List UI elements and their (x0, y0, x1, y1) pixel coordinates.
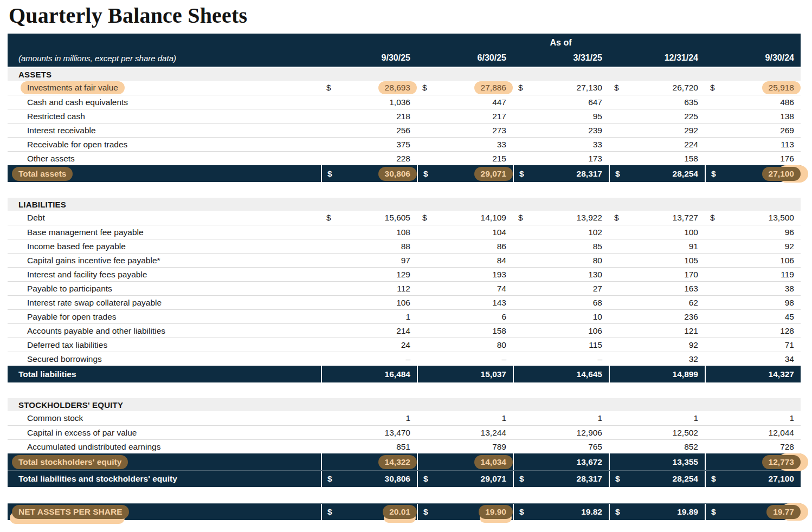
row-label: Accumulated undistributed earnings (27, 442, 160, 452)
value-cell: 13,727 (633, 211, 705, 225)
row-label-cell: Total assets (8, 165, 321, 182)
value-cell: 129 (345, 268, 417, 281)
value-cell: 85 (537, 239, 609, 253)
cell-value: 1 (597, 413, 602, 423)
row-label-cell: Secured borrowings (8, 352, 321, 366)
cell-value: 789 (492, 442, 506, 452)
cell-value: 25,918 (769, 83, 794, 93)
cell-value: 102 (588, 228, 602, 237)
cell-value: 28,317 (577, 474, 602, 484)
section-rows: Debt$15,605$14,109$13,922$13,727$13,500B… (8, 211, 801, 366)
table-row: NET ASSETS PER SHARE$20.01$19.90$19.82$1… (8, 503, 801, 520)
dollar-cell: $ (705, 81, 729, 95)
dollar-cell: $ (513, 504, 537, 520)
cell-value: 14,034 (481, 457, 506, 467)
dollar-cell (321, 254, 345, 267)
dollar-cell (513, 324, 537, 338)
cell-value: 33 (593, 140, 602, 150)
cell-value: 28,317 (577, 169, 602, 179)
dollar-cell (609, 268, 633, 281)
dollar-cell (609, 239, 633, 253)
table-row: Restricted cash21821795225138 (8, 109, 801, 123)
value-cell: 217 (441, 109, 513, 123)
dollar-cell (417, 426, 441, 439)
value-cell: 74 (441, 282, 513, 295)
row-label: Investments at fair value (27, 83, 118, 93)
value-cell: 20.01 (345, 504, 417, 520)
dollar-cell (609, 95, 633, 109)
dollar-cell (705, 124, 729, 137)
cell-value: 13,727 (673, 213, 698, 223)
value-cell: 113 (729, 138, 801, 151)
cell-value: – (405, 354, 410, 364)
dollar-cell (513, 366, 537, 382)
cell-value: 215 (492, 154, 506, 164)
value-cell: 19.90 (441, 504, 513, 520)
dollar-cell (513, 109, 537, 123)
row-label-cell: Accumulated undistributed earnings (8, 440, 321, 453)
dollar-cell (705, 324, 729, 338)
row-label-cell: Common stock (8, 411, 321, 425)
value-cell: 13,922 (537, 211, 609, 225)
dollar-sign: $ (423, 507, 428, 517)
cell-value: 13,470 (385, 428, 410, 438)
dollar-cell (609, 138, 633, 151)
dollar-cell (609, 282, 633, 295)
value-cell: 28,254 (633, 165, 705, 182)
row-label-cell: Investments at fair value (8, 81, 321, 95)
cell-value: 80 (497, 340, 506, 350)
value-cell: 158 (441, 324, 513, 338)
cell-value: 62 (689, 298, 698, 308)
cell-value: 19.89 (677, 507, 698, 517)
dollar-cell (513, 124, 537, 137)
value-cell: 115 (537, 338, 609, 352)
cell-value: – (501, 354, 506, 364)
table-row: Interest and facility fees payable129193… (8, 267, 801, 281)
value-cell: 80 (441, 338, 513, 352)
table-row: Other assets228215173158176 (8, 151, 801, 165)
dollar-cell (705, 239, 729, 253)
dollar-cell: $ (321, 81, 345, 95)
value-cell: 13,672 (537, 453, 609, 470)
row-label: Interest rate swap collateral payable (27, 298, 162, 308)
value-cell: 119 (729, 268, 801, 281)
value-cell: 12,773 (729, 453, 801, 470)
value-cell: 1 (345, 310, 417, 323)
cell-value: 14,645 (577, 369, 602, 379)
value-cell: 15,037 (441, 366, 513, 382)
dollar-sign: $ (711, 507, 716, 517)
value-cell: 98 (729, 296, 801, 309)
value-cell: 97 (345, 254, 417, 267)
table-row: Total stockholders' equity14,32214,03413… (8, 453, 801, 470)
dollar-cell (321, 338, 345, 352)
value-cell: 256 (345, 124, 417, 137)
value-cell: 30,806 (345, 471, 417, 487)
table-row: Payable to participants112742716338 (8, 281, 801, 295)
value-cell: 68 (537, 296, 609, 309)
dollar-cell: $ (705, 504, 729, 520)
dollar-sign: $ (422, 83, 427, 93)
cell-value: 16,484 (385, 369, 410, 379)
dollar-cell (513, 310, 537, 323)
table-row: Accounts payable and other liabilities21… (8, 323, 801, 338)
value-cell: 84 (441, 254, 513, 267)
table-row: Income based fee payable8886859192 (8, 239, 801, 253)
row-label-cell: Interest and facility fees payable (8, 268, 321, 281)
value-cell: 170 (633, 268, 705, 281)
cell-value: 98 (785, 298, 794, 308)
cell-value: 292 (684, 126, 698, 135)
cell-value: 84 (497, 256, 506, 265)
value-cell: 218 (345, 109, 417, 123)
cell-value: 12,906 (577, 428, 602, 438)
dollar-cell (609, 338, 633, 352)
cell-value: 15,605 (385, 213, 410, 223)
value-cell: 128 (729, 324, 801, 338)
value-cell: 852 (633, 440, 705, 453)
value-cell: 28,693 (345, 81, 417, 95)
dollar-cell: $ (705, 471, 729, 487)
dollar-cell (705, 440, 729, 453)
value-cell: 273 (441, 124, 513, 137)
cell-value: 486 (780, 98, 794, 107)
dollar-sign: $ (710, 83, 715, 93)
dollar-sign: $ (615, 474, 620, 484)
